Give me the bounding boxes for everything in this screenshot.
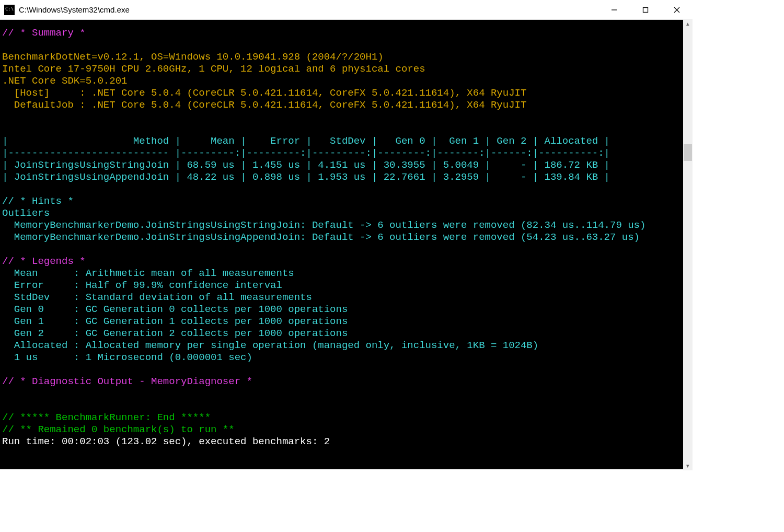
cmd-window: C:\Windows\System32\cmd.exe // * Summary…: [0, 0, 693, 469]
vertical-scrollbar[interactable]: ▴ ▾: [683, 19, 693, 470]
svg-rect-1: [643, 7, 648, 12]
minimize-button[interactable]: [598, 0, 630, 19]
legend-line: Gen 2 : GC Generation 2 collects per 100…: [2, 328, 348, 339]
env-line: Intel Core i7-9750H CPU 2.60GHz, 1 CPU, …: [2, 63, 425, 75]
legend-line: 1 us : 1 Microsecond (0.000001 sec): [2, 352, 252, 363]
window-title: C:\Windows\System32\cmd.exe: [19, 5, 130, 14]
scroll-up-icon[interactable]: ▴: [683, 19, 693, 28]
legend-line: Gen 0 : GC Generation 0 collects per 100…: [2, 304, 348, 315]
legend-line: Gen 1 : GC Generation 1 collects per 100…: [2, 316, 348, 327]
legend-line: StdDev : Standard deviation of all measu…: [2, 292, 312, 303]
outlier-line: MemoryBenchmarkerDemo.JoinStringsUsingAp…: [2, 232, 640, 243]
legend-line: Allocated : Allocated memory per single …: [2, 340, 538, 351]
cmd-icon: [4, 5, 15, 15]
diagnostic-header: // * Diagnostic Output - MemoryDiagnoser…: [2, 376, 252, 387]
hints-header: // * Hints *: [2, 195, 74, 207]
runner-end: // ***** BenchmarkRunner: End *****: [2, 412, 211, 423]
table-header: | Method | Mean | Error | StdDev | Gen 0…: [2, 135, 610, 147]
scroll-down-icon[interactable]: ▾: [683, 461, 693, 470]
maximize-button[interactable]: [630, 0, 661, 19]
terminal-output[interactable]: // * Summary * BenchmarkDotNet=v0.12.1, …: [0, 20, 693, 469]
outliers-label: Outliers: [2, 207, 50, 219]
env-line: BenchmarkDotNet=v0.12.1, OS=Windows 10.0…: [2, 51, 384, 63]
table-row: | JoinStringsUsingAppendJoin | 48.22 us …: [2, 171, 610, 183]
table-row: | JoinStringsUsingStringJoin | 68.59 us …: [2, 159, 610, 171]
outlier-line: MemoryBenchmarkerDemo.JoinStringsUsingSt…: [2, 219, 645, 231]
scroll-thumb[interactable]: [684, 144, 692, 161]
table-separator: |--------------------------- |---------:…: [2, 147, 610, 159]
runtime-line: Run time: 00:02:03 (123.02 sec), execute…: [2, 436, 330, 447]
remained-line: // ** Remained 0 benchmark(s) to run **: [2, 424, 235, 435]
titlebar[interactable]: C:\Windows\System32\cmd.exe: [0, 0, 693, 20]
legend-line: Mean : Arithmetic mean of all measuremen…: [2, 268, 294, 279]
window-controls: [598, 0, 693, 19]
legend-line: Error : Half of 99.9% confidence interva…: [2, 280, 282, 291]
env-line: .NET Core SDK=5.0.201: [2, 75, 127, 87]
summary-header: // * Summary *: [2, 27, 86, 39]
close-button[interactable]: [661, 0, 693, 19]
env-line: [Host] : .NET Core 5.0.4 (CoreCLR 5.0.42…: [2, 87, 526, 99]
env-line: DefaultJob : .NET Core 5.0.4 (CoreCLR 5.…: [2, 99, 526, 111]
legends-header: // * Legends *: [2, 256, 86, 267]
